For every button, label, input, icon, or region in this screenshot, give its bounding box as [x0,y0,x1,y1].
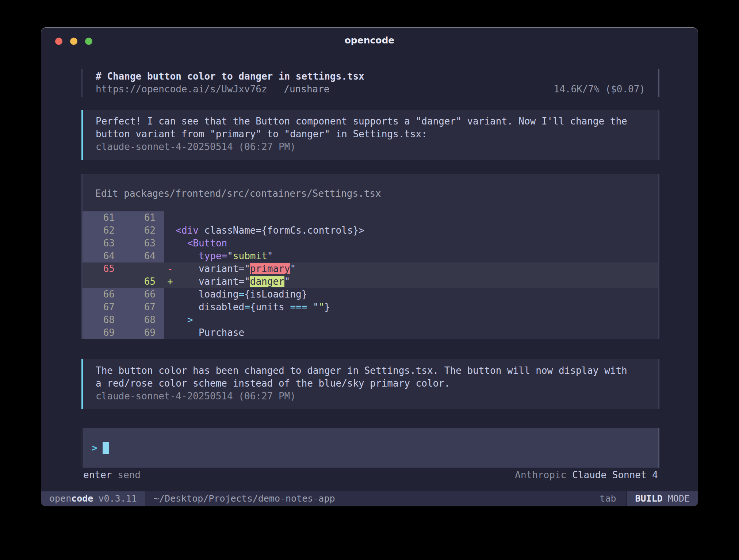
diff-row: 6161 [83,211,658,224]
diff-code-line: type="submit" [164,250,658,262]
send-hint: entersend [83,469,141,482]
old-line-number: 64 [83,250,123,262]
new-line-number [123,262,164,275]
old-line-number: 62 [83,224,123,237]
code-token: loading [164,289,239,300]
old-line-number: 61 [83,211,123,224]
new-line-number: 64 [123,250,164,262]
message-line: The button color has been changed to dan… [96,364,658,377]
code-token: type [199,250,222,261]
session-title: # Change button color to danger in setti… [96,70,364,83]
diff-code-line: disabled={units === ""} [164,301,658,314]
provider-name: Anthropic [515,469,566,480]
old-line-number: 66 [83,288,123,301]
message-line: a red/rose color scheme instead of the b… [96,377,658,390]
diff-row: 65+ variant="danger" [83,275,658,288]
text-cursor [103,442,109,454]
diff-table: 61616262 <div className={formCs.controls… [83,211,658,339]
code-token: = [239,289,245,300]
share-url-link[interactable]: https://opencode.ai/s/UwJxv76z [96,84,267,95]
app-name-suffix: code [71,493,93,504]
diff-code-line: loading={isLoading} [164,288,658,301]
code-token: " [284,276,290,287]
code-token: " [319,302,325,312]
diff-row: 6868 > [83,314,658,326]
old-line-number: 65 [83,262,123,275]
new-line-number: 65 [123,275,164,288]
code-token: danger [250,276,284,287]
message-model-meta: claude-sonnet-4-20250514 (06:27 PM) [96,390,658,403]
app-name-prefix: open [49,493,71,504]
code-token: {units [250,302,290,312]
opencode-window: opencode # Change button color to danger… [41,27,698,506]
code-token: Purchase [164,327,244,338]
code-token: " [307,302,318,312]
model-name: Claude Sonnet 4 [572,469,658,480]
code-token: " [290,263,296,274]
unshare-command[interactable]: /unshare [284,84,329,95]
diff-row: 6969 Purchase [83,326,658,339]
prompt-symbol: > [92,442,97,453]
window-title: opencode [41,35,698,46]
code-token: = [244,302,250,312]
diff-row: 6363 <Button [83,237,658,250]
added-line-sign: + [167,275,173,288]
mode-secondary-label: MODE [668,493,690,504]
removed-line-sign: - [167,262,173,275]
code-token: } [324,302,330,312]
code-token [164,250,199,261]
diff-row: 6464 type="submit" [83,250,658,262]
model-indicator: AnthropicClaude Sonnet 4 [515,469,658,482]
tab-key-hint[interactable]: tab [600,491,616,506]
code-token: className={formCs.controls}> [199,225,364,236]
mode-chip[interactable]: BUILDMODE [627,491,698,506]
old-line-number: 69 [83,326,123,339]
app-version: v0.3.11 [98,493,137,504]
code-token [164,314,187,325]
code-token: === [290,302,307,312]
window-titlebar: opencode [41,28,698,52]
new-line-number: 63 [123,237,164,250]
status-bar: opencodev0.3.11 ~/Desktop/Projects/demo-… [41,491,698,506]
new-line-number: 67 [123,301,164,314]
new-line-number: 69 [123,326,164,339]
enter-key-hint: enter [83,469,112,480]
old-line-number: 68 [83,314,123,326]
code-token: {isLoading} [244,289,307,300]
new-line-number: 61 [123,211,164,224]
prompt-input[interactable]: > [81,428,659,468]
code-token: primary [250,263,290,274]
code-token: > [187,314,193,325]
code-token: " [267,250,273,261]
send-action-label: send [118,469,141,480]
code-token: variant=" [164,263,250,274]
code-token: = [222,250,227,261]
diff-code-line: + variant="danger" [164,275,658,288]
message-model-meta: claude-sonnet-4-20250514 (06:27 PM) [96,141,658,153]
context-usage-stats: 14.6K/7% ($0.07) [554,83,645,96]
share-info: https://opencode.ai/s/UwJxv76z /unshare [96,83,330,96]
diff-code-line: <div className={formCs.controls}> [164,224,658,237]
diff-row: 65- variant="primary" [83,262,658,275]
old-line-number: 63 [83,237,123,250]
code-token [164,238,187,249]
diff-code-line: <Button [164,237,658,250]
assistant-message: The button color has been changed to dan… [81,359,659,409]
edit-tool-title: Edit packages/frontend/src/containers/Se… [95,187,381,200]
message-line: button variant from "primary" to "danger… [96,128,658,141]
app-version-chip: opencodev0.3.11 [41,491,145,506]
diff-code-line: - variant="primary" [164,262,658,275]
code-token: " [227,250,233,261]
session-header: # Change button color to danger in setti… [81,69,659,97]
assistant-message: Perfect! I can see that the Button compo… [81,110,659,160]
message-line: Perfect! I can see that the Button compo… [96,115,658,128]
code-token: <div [176,225,199,236]
code-token: disabled [164,302,244,312]
old-line-number [83,275,123,288]
diff-row: 6767 disabled={units === ""} [83,301,658,314]
edit-tool-call: Edit packages/frontend/src/containers/Se… [81,174,659,339]
diff-code-line: > [164,314,658,326]
diff-code-line: Purchase [164,326,658,339]
diff-row: 6262 <div className={formCs.controls}> [83,224,658,237]
new-line-number: 66 [123,288,164,301]
